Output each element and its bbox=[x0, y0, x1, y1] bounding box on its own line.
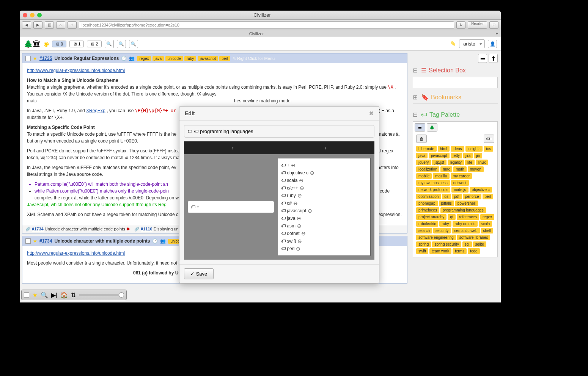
tag-chip[interactable]: pdf bbox=[452, 194, 462, 199]
remove-tag-icon[interactable]: ⊖ bbox=[297, 193, 302, 199]
tree-view-button[interactable]: 🌲 bbox=[427, 123, 437, 132]
tag-chip[interactable]: ruby bbox=[184, 56, 196, 61]
ft-slider[interactable] bbox=[79, 294, 124, 296]
add-tag-button[interactable]: 🏷+ bbox=[484, 135, 494, 143]
tag-chip[interactable]: powershell bbox=[455, 201, 478, 206]
ft-next[interactable]: ▶| bbox=[51, 291, 57, 299]
ft-sort[interactable]: ⇅ bbox=[71, 291, 76, 299]
tag-chip[interactable]: references bbox=[457, 214, 479, 220]
remove-icon[interactable]: ✖ bbox=[126, 227, 130, 231]
tag-chip[interactable]: localization bbox=[416, 166, 439, 172]
tag-chip[interactable]: optimization bbox=[416, 194, 441, 199]
tag-name-input[interactable]: 🏷 programming languages bbox=[184, 125, 374, 138]
move-up-button[interactable]: ⬆ bbox=[489, 54, 498, 63]
tag-chip[interactable]: semantic web bbox=[452, 228, 480, 233]
tag-chip[interactable]: sqlite bbox=[473, 241, 486, 247]
tag-list-item[interactable]: 🏷 asm ⊖ bbox=[281, 222, 367, 230]
tag-chip[interactable]: primefaces bbox=[416, 207, 439, 213]
back-button[interactable]: ◀ bbox=[22, 21, 31, 29]
tag-chip[interactable]: sql bbox=[462, 241, 472, 247]
tag-chip[interactable]: linux bbox=[476, 160, 488, 165]
tag-chip[interactable]: project anarchy bbox=[416, 214, 447, 220]
move-down-button[interactable]: ↓ bbox=[279, 144, 372, 152]
star-icon[interactable]: ★ bbox=[33, 238, 37, 244]
monitor-1[interactable]: 🖥 1 bbox=[69, 41, 84, 47]
search-1[interactable]: 🔍 bbox=[105, 40, 114, 48]
move-up-button[interactable]: ↑ bbox=[186, 144, 279, 152]
save-button[interactable]: ✓ Save bbox=[184, 268, 214, 279]
tag-chip[interactable]: phonegap bbox=[416, 201, 438, 206]
tag-chip[interactable]: programming languages bbox=[440, 207, 486, 213]
search-2[interactable]: 🔍 bbox=[117, 40, 126, 48]
tag-list-item[interactable]: 🏷 perl ⊖ bbox=[281, 245, 367, 252]
floating-toolbar[interactable]: ★ 🔍 ▶| 🏠 ⇅ bbox=[21, 290, 127, 300]
tag-chip[interactable]: os bbox=[442, 194, 451, 199]
tag-chip[interactable]: terms bbox=[453, 248, 467, 254]
article-id[interactable]: #1735 bbox=[39, 56, 52, 61]
article-checkbox[interactable] bbox=[25, 238, 31, 244]
monitor-0[interactable]: 🖥 0 bbox=[52, 41, 66, 47]
clock-icon[interactable]: 🕐 bbox=[121, 56, 127, 61]
remove-tag-icon[interactable]: ⊖ bbox=[310, 170, 314, 176]
tag-chip[interactable]: mozilla bbox=[433, 173, 449, 179]
tag-list-item[interactable]: 🏷 ruby ⊖ bbox=[281, 192, 367, 199]
tag-chip[interactable]: insights bbox=[465, 146, 483, 152]
tag-chip[interactable]: network bbox=[451, 180, 469, 186]
tag-chip[interactable]: regex bbox=[480, 214, 494, 220]
browser-tab[interactable]: Civilizer bbox=[20, 31, 493, 36]
article-checkbox[interactable] bbox=[25, 56, 31, 61]
remove-tag-icon[interactable]: ⊖ bbox=[297, 238, 302, 244]
tag-list-item[interactable]: 🏷 javascript ⊖ bbox=[281, 207, 367, 215]
tag-chip[interactable]: ios bbox=[484, 146, 493, 152]
tag-chip[interactable]: math bbox=[453, 166, 466, 172]
bookmarks-header[interactable]: ⊞ 🔖 Bookmarks bbox=[413, 92, 498, 102]
tag-chip[interactable]: scala bbox=[479, 221, 492, 227]
remove-tag-icon[interactable]: ⊖ bbox=[308, 208, 312, 214]
ft-star[interactable]: ★ bbox=[32, 291, 38, 299]
tag-list-item[interactable]: 🏷 + ⊖ bbox=[281, 161, 367, 169]
tag-chip[interactable]: javascript bbox=[198, 56, 218, 61]
tag-chip[interactable]: mac bbox=[440, 166, 452, 172]
add-tag-input[interactable]: 🏷 + bbox=[188, 201, 274, 213]
tag-chip[interactable]: shell bbox=[481, 228, 494, 233]
tag-chip[interactable]: qt bbox=[448, 214, 455, 220]
remove-tag-icon[interactable]: ⊖ bbox=[296, 246, 300, 252]
star-icon[interactable]: ★ bbox=[33, 56, 37, 61]
new-tab-button[interactable]: + bbox=[493, 31, 501, 36]
move-right-button[interactable]: ➡ bbox=[478, 54, 487, 63]
tag-chip[interactable]: perforce bbox=[463, 194, 481, 199]
ft-home[interactable]: 🏠 bbox=[60, 291, 68, 299]
tag-list-item[interactable]: 🏷 objective c ⊖ bbox=[281, 169, 367, 177]
tag-chip[interactable]: html bbox=[438, 146, 450, 152]
tag-chip[interactable]: unicode bbox=[165, 56, 183, 61]
tag-chip[interactable]: team work bbox=[429, 248, 451, 254]
remove-tag-icon[interactable]: ⊖ bbox=[300, 185, 304, 191]
remove-tag-icon[interactable]: ⊖ bbox=[291, 162, 296, 168]
add-button[interactable]: + bbox=[68, 21, 77, 29]
tag-chip[interactable]: perl bbox=[219, 56, 230, 61]
group-icon[interactable]: 👥 bbox=[160, 238, 166, 244]
tag-chip[interactable]: maven bbox=[468, 166, 484, 172]
downloads-button[interactable]: ⊙ bbox=[489, 21, 498, 29]
tag-chip[interactable]: search bbox=[416, 228, 432, 233]
ft-search[interactable]: 🔍 bbox=[41, 291, 48, 299]
tag-chip[interactable]: objective c bbox=[470, 187, 492, 193]
indicator-icon[interactable]: ◉ bbox=[44, 40, 49, 47]
remove-tag-icon[interactable]: ⊖ bbox=[301, 230, 306, 237]
tag-chip[interactable]: security bbox=[433, 228, 451, 233]
zoom-window[interactable] bbox=[37, 13, 42, 17]
tag-chip[interactable]: ruby on rails bbox=[453, 221, 478, 227]
tag-chip[interactable]: software engineering bbox=[416, 235, 456, 240]
source-link[interactable]: http://www.regular-expressions.info/unic… bbox=[27, 68, 125, 73]
tag-chip[interactable]: hibernate bbox=[416, 146, 437, 152]
tag-chip[interactable]: legality bbox=[448, 160, 464, 165]
tag-chip[interactable]: life bbox=[465, 160, 475, 165]
tag-chip[interactable]: pitfalls bbox=[439, 201, 454, 206]
remove-tag-icon[interactable]: ⊖ bbox=[297, 223, 302, 229]
reader-button[interactable]: Reader bbox=[468, 21, 487, 29]
search-3[interactable]: 🔍 bbox=[129, 40, 138, 48]
trash-button[interactable]: 🗑 bbox=[416, 135, 427, 143]
tag-chip[interactable]: regex bbox=[137, 56, 151, 61]
highlight-icon[interactable]: ✎ bbox=[450, 40, 456, 48]
tag-chip[interactable]: spring bbox=[416, 241, 431, 247]
